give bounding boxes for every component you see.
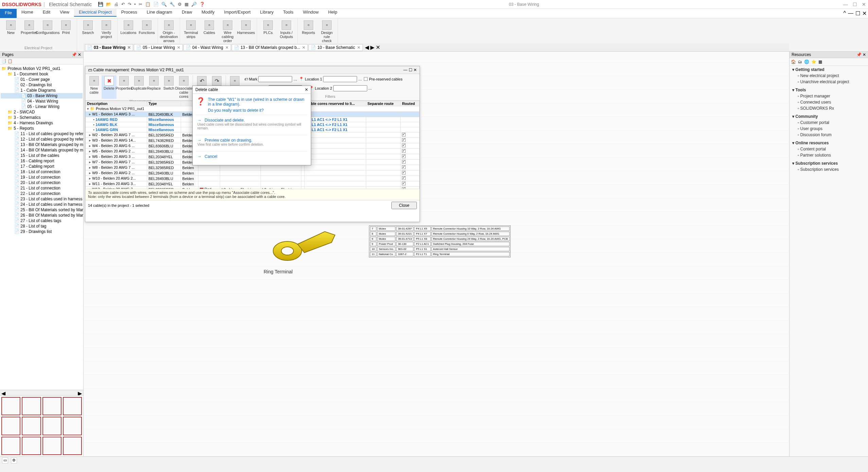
tree-node[interactable]: 📄 28 - List of tag bbox=[1, 223, 83, 229]
tab-close-icon[interactable]: ✕ bbox=[177, 45, 180, 50]
pages-close-icon[interactable]: ✕ bbox=[78, 52, 81, 57]
tab-close-icon[interactable]: ✕ bbox=[357, 45, 360, 50]
tree-node[interactable]: 📄 21 - List of connection bbox=[1, 185, 83, 191]
tree-node[interactable]: 📄 14 - Bill Of Materials grouped by manu… bbox=[1, 147, 83, 153]
ribbon-terminal-strips-button[interactable]: ▫Terminal strips bbox=[183, 20, 199, 43]
pages-list-icon[interactable]: 📋 bbox=[7, 59, 13, 63]
ribbon-cables-button[interactable]: ▫Cables bbox=[201, 20, 217, 43]
cm-loc1-browse-button[interactable]: … bbox=[358, 77, 362, 81]
print-icon[interactable]: 🖨 bbox=[114, 2, 119, 7]
thumb[interactable] bbox=[22, 417, 41, 435]
res-item[interactable]: ▫ Unarchive electrical project bbox=[792, 79, 865, 85]
res-item[interactable]: ▫ User groups bbox=[792, 126, 865, 132]
cm-col-header[interactable]: Cable cores reserved to li... bbox=[305, 101, 366, 106]
tree-root[interactable]: 📁 Proteus Motion V2 PR1_out1 bbox=[1, 66, 83, 71]
tree-node[interactable]: 📄 18 - List of connection bbox=[1, 169, 83, 175]
tree-node[interactable]: 📄 24 - List of cables used in harness bbox=[1, 202, 83, 207]
doc-tabs-nav-icon[interactable]: ◀ bbox=[365, 44, 369, 51]
doc-tabs-nav-icon[interactable]: ▶ bbox=[370, 44, 374, 51]
modal-close-icon[interactable]: ✕ bbox=[305, 87, 308, 92]
preview-cable-option[interactable]: → Preview cable on drawing. View first c… bbox=[196, 135, 307, 149]
ribbon-search-button[interactable]: ▫Search bbox=[80, 20, 96, 39]
tree-node[interactable]: 📄 02 - Drawings list bbox=[1, 82, 83, 88]
cm-prereserved-checkbox[interactable] bbox=[364, 77, 368, 81]
tree-node[interactable]: 📄 23 - List of cables used in harness bbox=[1, 196, 83, 202]
res-group-title[interactable]: ▾ Getting started bbox=[792, 67, 865, 72]
cm-close-icon[interactable]: ✕ bbox=[413, 68, 417, 72]
menu-tab-line-diagram[interactable]: Line diagram bbox=[142, 8, 177, 16]
res-item[interactable]: ▫ Project manager bbox=[792, 93, 865, 99]
menu-tab-home[interactable]: Home bbox=[17, 8, 38, 16]
cm-new-cable-button[interactable]: ▫New cable bbox=[87, 75, 102, 99]
tree-node[interactable]: 📄 25 - Bill Of Materials sorted by Mark … bbox=[1, 207, 83, 213]
ribbon-functions-button[interactable]: ▫Functions bbox=[139, 20, 155, 35]
tab-close-icon[interactable]: ✕ bbox=[225, 45, 229, 50]
cm-row[interactable]: ▸W8 - Belden 20 AWG 7 ...BEL32985REDBeld… bbox=[86, 165, 420, 170]
ribbon-harnesses-button[interactable]: ▫Harnesses bbox=[238, 20, 254, 43]
paste-icon[interactable]: 📄 bbox=[153, 2, 159, 7]
open-icon[interactable]: 📂 bbox=[106, 2, 111, 7]
ribbon-new-button[interactable]: ▫New bbox=[3, 20, 19, 35]
maximize-icon[interactable]: ☐ bbox=[853, 2, 857, 7]
thumb[interactable] bbox=[63, 417, 82, 435]
cm-col-header[interactable]: Description bbox=[86, 101, 147, 106]
scroll-right-icon[interactable]: ▶ bbox=[76, 390, 83, 395]
web-icon[interactable]: 🗂 bbox=[798, 59, 802, 64]
cm-row[interactable]: ▸W10 - Belden 20 AWG 2...BEL28493BLUBeld… bbox=[86, 176, 420, 181]
cm-close-button[interactable]: Close bbox=[391, 202, 417, 209]
thumb[interactable] bbox=[63, 397, 82, 415]
ribbon-reports-button[interactable]: ▫Reports bbox=[300, 20, 317, 43]
tree-node[interactable]: 📄 05 - Linear Wiring bbox=[1, 104, 83, 109]
ribbon-inputs-outputs-button[interactable]: ▫Inputs / Outputs bbox=[278, 20, 295, 39]
thumb[interactable] bbox=[63, 437, 82, 455]
collapse-ribbon-icon[interactable]: ^ bbox=[843, 10, 846, 17]
res-group-title[interactable]: ▾ Community bbox=[792, 114, 865, 119]
pages-view-icon[interactable]: 📑 bbox=[1, 59, 6, 63]
cm-delete-button[interactable]: ✖Delete bbox=[102, 75, 117, 99]
doc-tabs-nav-icon[interactable]: ✕ bbox=[376, 44, 380, 51]
cm-properties-button[interactable]: ▫Properties bbox=[117, 75, 131, 99]
save-icon[interactable]: 💾 bbox=[98, 2, 103, 7]
tool-icon[interactable]: ✂ bbox=[139, 2, 142, 7]
options-button[interactable]: ⚙ bbox=[11, 457, 17, 464]
cancel-option[interactable]: → Cancel bbox=[196, 151, 307, 162]
thumb[interactable] bbox=[42, 397, 61, 415]
cm-row[interactable]: ▸W9 - Belden 20 AWG 2 ...BEL28493BLUBeld… bbox=[86, 170, 420, 176]
cm-loc2-input[interactable] bbox=[333, 85, 367, 91]
ribbon-design-rule-check-button[interactable]: ▫Design rule check bbox=[319, 20, 335, 43]
undo-icon[interactable]: ↶ bbox=[121, 2, 125, 7]
ribbon-origin-destination-arrows-button[interactable]: ▫Origin - destination arrows bbox=[161, 20, 177, 43]
dissociate-and-delete-option[interactable]: → Dissociate and delete. Used cable core… bbox=[196, 115, 307, 133]
cm-dissociate-cable-cores-button[interactable]: ▫Dissociate cable cores bbox=[176, 75, 191, 99]
res-item[interactable]: ▫ Discussion forum bbox=[792, 132, 865, 138]
cm-col-header[interactable]: Routed bbox=[401, 101, 420, 106]
zoom-icon[interactable]: 🔍 bbox=[161, 2, 167, 7]
pages-pin-icon[interactable]: 📌 bbox=[72, 52, 77, 57]
thumb[interactable] bbox=[22, 437, 41, 455]
tree-node[interactable]: 📄 22 - List of connection bbox=[1, 191, 83, 196]
tree-node[interactable]: 📄 13 - Bill Of Materials grouped by manu… bbox=[1, 142, 83, 147]
thumb[interactable] bbox=[22, 397, 41, 415]
tree-node[interactable]: 📄 26 - Bill Of Materials sorted by Mark … bbox=[1, 213, 83, 218]
doc-tab[interactable]: 📄13 - Bill Of Materials grouped b...✕ bbox=[232, 44, 308, 51]
menu-tab-help[interactable]: Help bbox=[323, 8, 342, 16]
ribbon-verify-project-button[interactable]: ▫Verify project bbox=[98, 20, 114, 39]
tree-node[interactable]: 📁 5 - Reports bbox=[1, 126, 83, 131]
ribbon-locations-button[interactable]: ▫Locations bbox=[120, 20, 137, 35]
tree-node[interactable]: 📁 2 - SWCAD bbox=[1, 109, 83, 115]
globe-icon[interactable]: 🌐 bbox=[804, 59, 809, 64]
res-item[interactable]: ▫ Partner solutions bbox=[792, 152, 865, 158]
tab-close-icon[interactable]: ✕ bbox=[302, 45, 305, 50]
page-thumbnails[interactable] bbox=[0, 395, 83, 456]
res-pin-icon[interactable]: 📌 bbox=[856, 52, 862, 57]
res-group-title[interactable]: ▾ Subscription services bbox=[792, 161, 865, 166]
doc-tab[interactable]: 📄04 - Waist Wiring✕ bbox=[183, 44, 231, 51]
tree-node[interactable]: 📄 12 - List of cables grouped by referen… bbox=[1, 137, 83, 142]
res-group-title[interactable]: ▾ Online resources bbox=[792, 141, 865, 145]
tree-node[interactable]: 📄 01 - Cover page bbox=[1, 77, 83, 82]
selection-mode-button[interactable]: ▭ bbox=[2, 457, 8, 464]
thumb[interactable] bbox=[42, 437, 61, 455]
minimize2-icon[interactable]: — bbox=[848, 10, 853, 17]
tab-close-icon[interactable]: ✕ bbox=[127, 45, 131, 50]
tool2-icon[interactable]: 🔧 bbox=[170, 2, 175, 7]
